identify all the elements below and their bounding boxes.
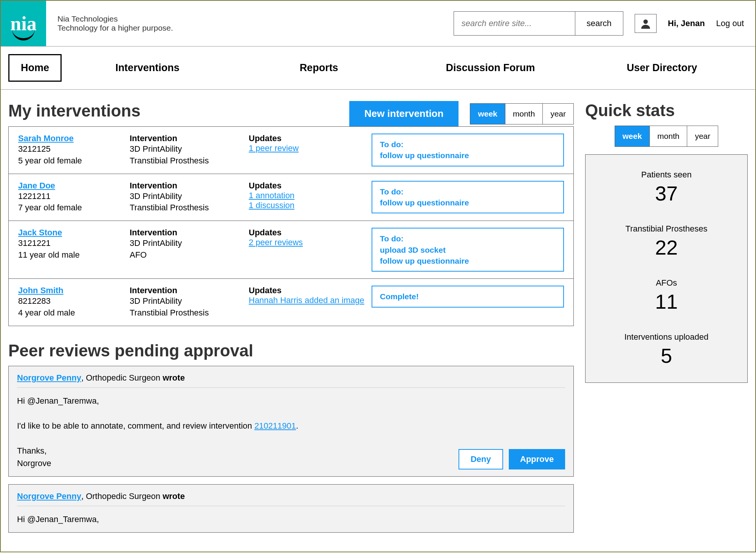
patient-demo: 11 year old male [18, 249, 124, 261]
nav-user-directory[interactable]: User Directory [576, 62, 748, 74]
patient-col: Sarah Monroe 3212125 5 year old female [18, 134, 124, 167]
intervention-row: Jane Doe 1221211 7 year old femaleInterv… [9, 174, 573, 221]
update-link[interactable]: 1 annotation [249, 191, 366, 201]
deny-button[interactable]: Deny [459, 449, 503, 469]
header-right: search Hi, Jenan Log out [454, 11, 755, 36]
approve-button[interactable]: Approve [509, 449, 565, 469]
search-input[interactable] [454, 12, 575, 35]
peer-reviews-title: Peer reviews pending approval [8, 341, 574, 360]
peer-reviews-section: Peer reviews pending approval Norgrove P… [8, 341, 574, 533]
stat-item: Transtibial Prostheses 22 [593, 224, 740, 259]
stat-value: 22 [593, 236, 740, 259]
updates-label: Updates [249, 286, 366, 295]
patient-id: 3212125 [18, 143, 124, 155]
updates-label: Updates [249, 134, 366, 143]
peer-reviews-list: Norgrove Penny, Orthopedic Surgeon wrote… [8, 366, 574, 533]
review-author-link[interactable]: Norgrove Penny [17, 373, 81, 382]
intervention-id-link[interactable]: 210211901 [254, 421, 296, 431]
intervention-line2: Transtibial Prosthesis [130, 307, 243, 319]
header: nia Nia Technologies Technology for a hi… [1, 1, 755, 47]
side-column: Quick stats week month year Patients see… [585, 101, 748, 540]
main-column: My interventions New intervention week m… [8, 101, 574, 540]
range-year[interactable]: year [543, 104, 573, 124]
nav-home[interactable]: Home [8, 54, 62, 82]
review-author-link[interactable]: Norgrove Penny [17, 491, 81, 501]
logo[interactable]: nia [1, 1, 46, 46]
logout-link[interactable]: Log out [716, 19, 744, 28]
todo-box[interactable]: To do:follow up questionnaire [372, 181, 564, 214]
review-wrote: wrote [163, 491, 185, 501]
range-week[interactable]: week [470, 104, 505, 124]
intervention-line2: AFO [130, 249, 243, 261]
stat-item: AFOs 11 [593, 278, 740, 313]
updates-col: Updates1 annotation1 discussion [249, 181, 366, 210]
todo-box[interactable]: To do:upload 3D socketfollow up question… [372, 228, 564, 272]
stats-range-year[interactable]: year [687, 126, 718, 146]
todo-col: To do:follow up questionnaire [372, 181, 564, 214]
patient-id: 1221211 [18, 191, 124, 202]
patient-demo: 7 year old female [18, 202, 124, 214]
todo-line: follow up questionnaire [380, 150, 556, 161]
nav-reports[interactable]: Reports [233, 62, 405, 74]
stats-range-month[interactable]: month [650, 126, 687, 146]
search-button[interactable]: search [575, 12, 623, 35]
brand-tagline: Technology for a higher purpose. [57, 23, 173, 33]
brand-text: Nia Technologies Technology for a higher… [57, 14, 173, 33]
range-month[interactable]: month [505, 104, 543, 124]
review-author-role: , Orthopedic Surgeon [81, 491, 163, 501]
todo-col: Complete! [372, 286, 564, 307]
patient-name-link[interactable]: Jane Doe [18, 181, 55, 190]
updates-col: UpdatesHannah Harris added an image [249, 286, 366, 305]
nav-discussion-forum[interactable]: Discussion Forum [405, 62, 576, 74]
patient-col: John Smith 8212283 4 year old male [18, 286, 124, 319]
greeting: Hi, Jenan [668, 19, 705, 28]
update-link[interactable]: 1 discussion [249, 201, 366, 210]
stats-box: Patients seen 37Transtibial Prostheses 2… [585, 154, 748, 383]
svg-point-0 [643, 20, 648, 24]
nav-interventions[interactable]: Interventions [62, 62, 233, 74]
user-avatar-box[interactable] [635, 14, 657, 33]
intervention-col: Intervention 3D PrintAbility Transtibial… [130, 181, 243, 214]
intervention-label: Intervention [130, 228, 243, 238]
intervention-row: John Smith 8212283 4 year old maleInterv… [9, 279, 573, 326]
stats-range-toggle: week month year [585, 126, 748, 147]
update-link[interactable]: Hannah Harris added an image [249, 295, 366, 305]
review-author-role: , Orthopedic Surgeon [81, 373, 163, 382]
todo-line: follow up questionnaire [380, 255, 556, 266]
stat-value: 11 [593, 290, 740, 313]
new-intervention-button[interactable]: New intervention [349, 101, 459, 126]
todo-label: To do: [380, 139, 556, 150]
patient-id: 8212283 [18, 295, 124, 307]
review-wrote: wrote [163, 373, 185, 382]
review-body: Hi @Jenan_Taremwa, [17, 513, 565, 525]
patient-demo: 5 year old female [18, 155, 124, 167]
stats-range-week[interactable]: week [615, 126, 650, 146]
intervention-col: Intervention 3D PrintAbility Transtibial… [130, 286, 243, 319]
intervention-line2: Transtibial Prosthesis [130, 202, 243, 214]
patient-name-link[interactable]: John Smith [18, 286, 64, 295]
todo-line: upload 3D socket [380, 244, 556, 255]
review-body: Hi @Jenan_Taremwa, I'd like to be able t… [17, 395, 565, 469]
intervention-label: Intervention [130, 181, 243, 191]
todo-box[interactable]: To do:follow up questionnaire [372, 134, 564, 166]
todo-label: To do: [380, 186, 556, 197]
review-card: Norgrove Penny, Orthopedic Surgeon wrote… [8, 366, 574, 477]
patient-name-link[interactable]: Jack Stone [18, 228, 62, 237]
todo-col: To do:upload 3D socketfollow up question… [372, 228, 564, 272]
intervention-row: Sarah Monroe 3212125 5 year old femaleIn… [9, 127, 573, 174]
intervention-line1: 3D PrintAbility [130, 143, 243, 155]
intervention-row: Jack Stone 3121221 11 year old maleInter… [9, 221, 573, 279]
user-icon [640, 18, 651, 29]
stat-item: Interventions uploaded 5 [593, 332, 740, 367]
todo-label: To do: [380, 233, 556, 244]
patient-demo: 4 year old male [18, 307, 124, 319]
update-link[interactable]: 2 peer reviews [249, 238, 366, 247]
updates-label: Updates [249, 181, 366, 191]
review-header: Norgrove Penny, Orthopedic Surgeon wrote [17, 373, 565, 388]
stat-item: Patients seen 37 [593, 170, 740, 205]
patient-name-link[interactable]: Sarah Monroe [18, 134, 74, 143]
update-link[interactable]: 1 peer review [249, 143, 366, 153]
content: My interventions New intervention week m… [1, 90, 755, 552]
todo-box[interactable]: Complete! [372, 286, 564, 307]
intervention-line2: Transtibial Prosthesis [130, 155, 243, 167]
